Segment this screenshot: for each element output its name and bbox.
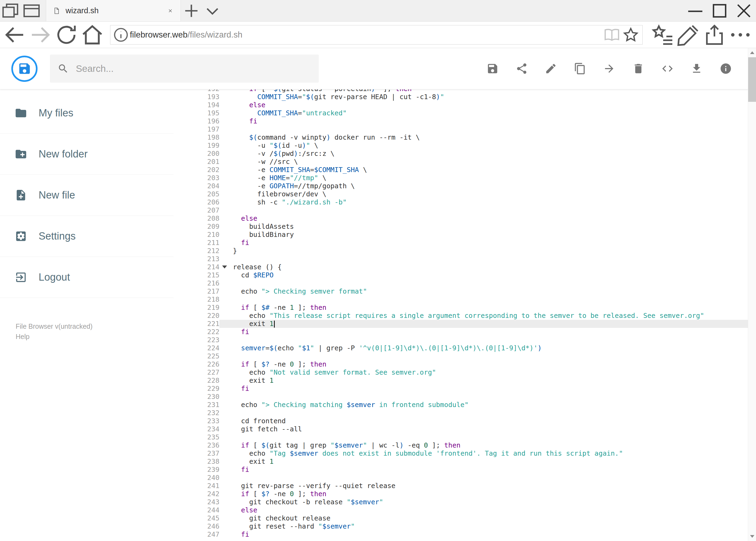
code-line[interactable]: 225 bbox=[173, 352, 756, 360]
code-line[interactable]: 244 else bbox=[173, 506, 756, 514]
address-bar[interactable]: filebrowser.web/files/wizard.sh bbox=[110, 25, 642, 45]
code-line[interactable]: 229 fi bbox=[173, 385, 756, 393]
code-line[interactable]: 205 filebrowser/dev \ bbox=[173, 190, 756, 198]
code-line[interactable]: 213 bbox=[173, 255, 756, 263]
edit-button[interactable] bbox=[544, 62, 557, 75]
sidebar-item-my-files[interactable]: My files bbox=[0, 93, 173, 134]
refresh-button[interactable] bbox=[54, 22, 79, 48]
hub-favorites-button[interactable] bbox=[650, 22, 675, 48]
tab-preview-icon[interactable] bbox=[21, 0, 42, 21]
code-line[interactable]: 232 bbox=[173, 409, 756, 417]
code-line[interactable]: 196 fi bbox=[173, 117, 756, 125]
share-button[interactable] bbox=[515, 62, 528, 75]
sidebar-item-logout[interactable]: Logout bbox=[0, 257, 173, 298]
code-line[interactable]: 233 cd frontend bbox=[173, 417, 756, 425]
code-line[interactable]: 239 fi bbox=[173, 466, 756, 474]
code-line[interactable]: 230 bbox=[173, 393, 756, 401]
new-tab-button[interactable] bbox=[181, 0, 202, 21]
set-tabs-aside-icon[interactable] bbox=[0, 0, 21, 21]
save-button[interactable] bbox=[486, 62, 499, 75]
code-line[interactable]: 209 buildAssets bbox=[173, 223, 756, 231]
code-line[interactable]: 223 bbox=[173, 336, 756, 344]
copy-button[interactable] bbox=[574, 62, 587, 75]
code-line[interactable]: 202 -e COMMIT_SHA=$COMMIT_SHA \ bbox=[173, 166, 756, 174]
code-line[interactable]: 221 exit 1 bbox=[173, 320, 756, 328]
reading-view-button[interactable] bbox=[603, 26, 621, 44]
code-line[interactable]: 199 -u "$(id -u)" \ bbox=[173, 142, 756, 150]
share-button[interactable] bbox=[701, 22, 727, 48]
settings-menu-button[interactable] bbox=[727, 22, 753, 48]
code-line[interactable]: 206 sh -c "./wizard.sh -b" bbox=[173, 198, 756, 206]
code-line[interactable]: 241 git rev-parse --verify --quiet relea… bbox=[173, 482, 756, 490]
code-editor[interactable]: 192 if [ "$(git status --porcelain)" ]; … bbox=[173, 89, 756, 541]
code-line[interactable]: 234 git fetch --all bbox=[173, 425, 756, 433]
code-line[interactable]: 246 git reset --hard "$semver" bbox=[173, 522, 756, 530]
code-line[interactable]: 231 echo "> Checking matching $semver in… bbox=[173, 401, 756, 409]
code-line[interactable]: 219 if [ $# -ne 1 ]; then bbox=[173, 303, 756, 312]
code-line[interactable]: 226 if [ $? -ne 0 ]; then bbox=[173, 360, 756, 368]
page-scrollbar[interactable] bbox=[748, 48, 756, 541]
code-line[interactable]: 192 if [ "$(git status --porcelain)" ]; … bbox=[173, 89, 756, 93]
code-line[interactable]: 227 echo "Not valid semver format. See s… bbox=[173, 368, 756, 376]
favorite-star-button[interactable] bbox=[621, 26, 640, 44]
code-line[interactable]: 215 cd $REPO bbox=[173, 271, 756, 279]
tab-close-button[interactable] bbox=[164, 5, 176, 17]
code-line[interactable]: 204 -e GOPATH=//tmp/gopath \ bbox=[173, 182, 756, 190]
code-line[interactable]: 214release () { bbox=[173, 263, 756, 271]
code-line[interactable]: 247 fi bbox=[173, 530, 756, 539]
code-line[interactable]: 243 git checkout -b release "$semver" bbox=[173, 498, 756, 506]
download-button[interactable] bbox=[690, 62, 703, 75]
sidebar-item-new-file[interactable]: New file bbox=[0, 175, 173, 216]
close-button[interactable] bbox=[732, 0, 756, 21]
web-notes-button[interactable] bbox=[675, 22, 701, 48]
code-line[interactable]: 237 echo "Tag $semver does not exist in … bbox=[173, 449, 756, 457]
code-line[interactable]: 198 $(command -v winpty) docker run --rm… bbox=[173, 134, 756, 142]
code-line[interactable]: 208 else bbox=[173, 215, 756, 223]
fold-arrow-icon[interactable] bbox=[222, 266, 227, 269]
search-box[interactable] bbox=[50, 55, 319, 83]
move-button[interactable] bbox=[603, 62, 616, 75]
code-line[interactable]: 201 -w //src \ bbox=[173, 158, 756, 166]
scrollbar-thumb[interactable] bbox=[748, 57, 756, 102]
code-line[interactable]: 216 bbox=[173, 279, 756, 287]
code-line[interactable]: 194 else bbox=[173, 101, 756, 109]
code-line[interactable]: 222 fi bbox=[173, 328, 756, 336]
code-line[interactable]: 210 buildBinary bbox=[173, 231, 756, 239]
site-info-icon[interactable] bbox=[112, 26, 130, 44]
tab-list-chevron-icon[interactable] bbox=[202, 0, 223, 21]
scroll-up-arrow-icon[interactable] bbox=[748, 48, 756, 57]
code-line[interactable]: 197 bbox=[173, 125, 756, 134]
minimize-button[interactable] bbox=[683, 0, 707, 21]
help-link[interactable]: Help bbox=[16, 331, 29, 342]
browser-tab[interactable]: wizard.sh bbox=[46, 0, 181, 21]
delete-button[interactable] bbox=[632, 62, 645, 75]
code-line[interactable]: 238 exit 1 bbox=[173, 457, 756, 466]
code-line[interactable]: 211 fi bbox=[173, 239, 756, 247]
sidebar-item-settings[interactable]: Settings bbox=[0, 216, 173, 257]
code-line[interactable]: 218 bbox=[173, 295, 756, 303]
code-line[interactable]: 220 echo "This release script requires a… bbox=[173, 312, 756, 320]
home-button[interactable] bbox=[79, 22, 105, 48]
code-line[interactable]: 217 echo "> Checking semver format" bbox=[173, 287, 756, 295]
code-line[interactable]: 242 if [ $? -ne 0 ]; then bbox=[173, 490, 756, 498]
code-line[interactable]: 203 -e HOME="//tmp" \ bbox=[173, 174, 756, 182]
code-line[interactable]: 200 -v /$(pwd):/src:z \ bbox=[173, 150, 756, 158]
file-browser-logo[interactable] bbox=[11, 56, 38, 82]
code-line[interactable]: 193 COMMIT_SHA="$(git rev-parse HEAD | c… bbox=[173, 93, 756, 101]
scroll-down-arrow-icon[interactable] bbox=[748, 532, 756, 541]
forward-button[interactable] bbox=[28, 22, 54, 48]
code-line[interactable]: 207 bbox=[173, 206, 756, 215]
code-line[interactable]: 235 bbox=[173, 433, 756, 441]
code-line[interactable]: 240 bbox=[173, 474, 756, 482]
sidebar-item-new-folder[interactable]: New folder bbox=[0, 134, 173, 175]
code-line[interactable]: 228 exit 1 bbox=[173, 376, 756, 385]
code-line[interactable]: 195 COMMIT_SHA="untracked" bbox=[173, 109, 756, 117]
code-line[interactable]: 212} bbox=[173, 247, 756, 255]
maximize-button[interactable] bbox=[707, 0, 732, 21]
info-button[interactable] bbox=[719, 62, 732, 75]
code-line[interactable]: 224 semver=$(echo "$1" | grep -P '^v(0|[… bbox=[173, 344, 756, 352]
back-button[interactable] bbox=[2, 22, 28, 48]
search-input[interactable] bbox=[76, 63, 311, 74]
code-line[interactable]: 245 git checkout release bbox=[173, 514, 756, 522]
raw-view-button[interactable] bbox=[661, 62, 674, 75]
